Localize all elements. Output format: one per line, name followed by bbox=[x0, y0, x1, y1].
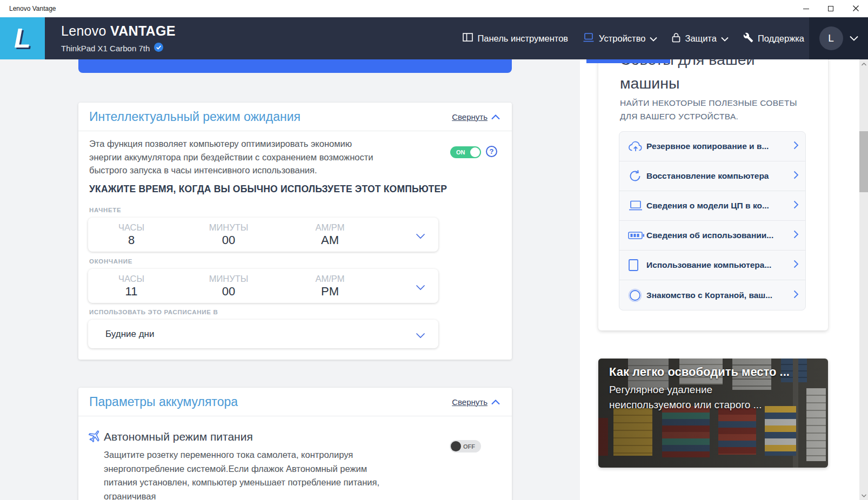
airplane-mode-title: Автономный режим питания bbox=[104, 430, 253, 443]
tips-subtitle: НАЙТИ НЕКОТОРЫЕ ПОЛЕЗНЫЕ СОВЕТЫ ДЛЯ ВАШЕ… bbox=[620, 96, 806, 123]
tip-item-backup[interactable]: Резервное копирование и в... bbox=[619, 132, 805, 161]
close-icon bbox=[853, 4, 859, 13]
scroll-up-button[interactable] bbox=[859, 59, 868, 69]
smart-standby-card: Интеллектуальный режим ожидания Свернуть… bbox=[78, 103, 512, 360]
minutes-label: МИНУТЫ bbox=[175, 222, 283, 233]
minimize-button[interactable] bbox=[793, 0, 818, 17]
nav-label: Защита bbox=[685, 33, 716, 44]
avatar: L bbox=[819, 26, 843, 50]
chevron-down-icon bbox=[850, 33, 858, 43]
maximize-button[interactable] bbox=[818, 0, 843, 17]
end-time-picker[interactable]: ЧАСЫ 11 МИНУТЫ 00 AM/PM PM bbox=[88, 269, 438, 303]
vertical-scrollbar bbox=[859, 59, 868, 500]
collapse-label: Свернуть bbox=[452, 397, 488, 407]
minutes-value: 00 bbox=[175, 285, 283, 299]
smart-standby-title: Интеллектуальный режим ожидания bbox=[89, 103, 301, 131]
minutes-value: 00 bbox=[175, 233, 283, 247]
refresh-icon bbox=[628, 169, 646, 183]
ampm-value: PM bbox=[283, 285, 377, 299]
minimize-icon bbox=[803, 9, 809, 9]
chevron-down-icon bbox=[416, 283, 425, 293]
promo-article-card[interactable]: Как легко освободить место ... Регулярно… bbox=[598, 359, 828, 468]
wrench-icon bbox=[743, 32, 753, 45]
schedule-heading: УКАЖИТЕ ВРЕМЯ, КОГДА ВЫ ОБЫЧНО ИСПОЛЬЗУЕ… bbox=[89, 184, 447, 195]
tip-item-restore[interactable]: Восстановление компьютера bbox=[619, 161, 805, 191]
chevron-right-icon bbox=[793, 171, 799, 181]
ampm-value: AM bbox=[283, 233, 377, 247]
chevron-right-icon bbox=[793, 260, 799, 271]
smart-standby-description: Эта функция позволяет компьютеру оптимиз… bbox=[89, 137, 384, 177]
nav-label: Панель инструментов bbox=[477, 33, 568, 44]
hours-label: ЧАСЫ bbox=[88, 274, 175, 284]
account-menu[interactable]: L bbox=[809, 17, 868, 59]
scroll-down-button[interactable] bbox=[859, 491, 868, 500]
minutes-column: МИНУТЫ 00 bbox=[175, 269, 283, 303]
main-nav: Панель инструментов Устройство Защита По… bbox=[463, 17, 804, 59]
smart-standby-toggle[interactable]: ON bbox=[450, 146, 481, 158]
chevron-right-icon bbox=[793, 200, 799, 211]
minutes-label: МИНУТЫ bbox=[175, 274, 283, 284]
help-icon[interactable]: ? bbox=[486, 146, 497, 157]
battery-collapse-link[interactable]: Свернуть bbox=[452, 388, 500, 416]
cloud-upload-icon bbox=[628, 140, 646, 152]
app-header: L Lenovo VANTAGE ThinkPad X1 Carbon 7th … bbox=[0, 17, 868, 59]
scrollbar-thumb[interactable] bbox=[859, 131, 868, 192]
chevron-right-icon bbox=[793, 290, 799, 301]
hours-column: ЧАСЫ 8 bbox=[88, 218, 175, 252]
tip-label: Восстановление компьютера bbox=[646, 171, 793, 181]
schedule-days-value: Будние дни bbox=[105, 320, 155, 348]
start-time-label: НАЧНЕТЕ bbox=[89, 207, 121, 213]
tips-list: Резервное копирование и в... Восстановле… bbox=[619, 131, 806, 310]
chevron-up-icon bbox=[491, 112, 500, 121]
lenovo-vantage-window: Интеллектуальный режим ожидания Свернуть… bbox=[0, 0, 868, 500]
chevron-down-icon bbox=[650, 33, 657, 44]
toggle-off-label: OFF bbox=[463, 443, 475, 450]
nav-dashboard[interactable]: Панель инструментов bbox=[463, 33, 568, 44]
airplane-mode-toggle[interactable]: OFF bbox=[450, 440, 481, 452]
device-name: ThinkPad X1 Carbon 7th bbox=[61, 44, 150, 53]
schedule-days-select[interactable]: Будние дни bbox=[88, 320, 438, 348]
tip-item-computer-usage[interactable]: Использование компьютера... bbox=[619, 251, 805, 280]
hours-value: 8 bbox=[88, 233, 175, 247]
end-time-label: ОКОНЧАНИЕ bbox=[89, 258, 132, 265]
nav-security[interactable]: Защита bbox=[672, 32, 728, 45]
collapse-label: Свернуть bbox=[452, 112, 488, 121]
tip-item-battery-usage[interactable]: Сведения об использовании... bbox=[619, 221, 805, 251]
tip-label: Сведения о модели ЦП в ко... bbox=[646, 201, 793, 211]
app-title: Lenovo VANTAGE bbox=[61, 23, 176, 39]
nav-device[interactable]: Устройство bbox=[583, 32, 657, 45]
schedule-days-label: ИСПОЛЬЗОВАТЬ ЭТО РАСПИСАНИЕ В bbox=[89, 309, 218, 315]
tip-item-cortana[interactable]: Знакомство с Кортаной, ваш... bbox=[619, 280, 805, 310]
tips-card: Советы для вашей машины НАЙТИ НЕКОТОРЫЕ … bbox=[598, 43, 828, 330]
nav-label: Поддержка bbox=[758, 33, 804, 44]
hours-label: ЧАСЫ bbox=[88, 222, 175, 233]
airplane-icon bbox=[88, 429, 102, 445]
toggle-knob bbox=[451, 441, 461, 451]
toggle-knob bbox=[470, 147, 480, 157]
nav-support[interactable]: Поддержка bbox=[743, 32, 804, 45]
window-title: Lenovo Vantage bbox=[9, 0, 56, 17]
card-divider bbox=[78, 131, 512, 131]
card-divider bbox=[78, 416, 512, 416]
battery-settings-card: Параметры аккумулятора Свернуть Автономн… bbox=[78, 388, 512, 500]
brand-regular: Lenovo bbox=[61, 23, 106, 38]
chevron-down-icon bbox=[416, 232, 425, 241]
hours-value: 11 bbox=[88, 285, 175, 299]
lock-icon bbox=[672, 32, 680, 45]
toggle-on-label: ON bbox=[456, 149, 465, 156]
scrolled-button-remnant[interactable] bbox=[78, 59, 512, 73]
start-time-picker[interactable]: ЧАСЫ 8 МИНУТЫ 00 AM/PM AM bbox=[88, 218, 438, 252]
chevron-right-icon bbox=[793, 230, 799, 241]
tip-label: Резервное копирование и в... bbox=[646, 141, 793, 151]
device-name-row: ThinkPad X1 Carbon 7th bbox=[61, 43, 176, 53]
chevron-down-icon bbox=[721, 33, 729, 44]
window-controls bbox=[793, 0, 868, 17]
active-nav-indicator bbox=[586, 59, 670, 63]
smart-standby-collapse-link[interactable]: Свернуть bbox=[452, 103, 500, 131]
close-button[interactable] bbox=[843, 0, 868, 17]
tip-label: Сведения об использовании... bbox=[646, 231, 793, 240]
brand-bold: VANTAGE bbox=[110, 23, 176, 38]
minutes-column: МИНУТЫ 00 bbox=[175, 218, 283, 252]
tip-item-cpu-model[interactable]: Сведения о модели ЦП в ко... bbox=[619, 191, 805, 221]
laptop-icon bbox=[583, 32, 595, 45]
